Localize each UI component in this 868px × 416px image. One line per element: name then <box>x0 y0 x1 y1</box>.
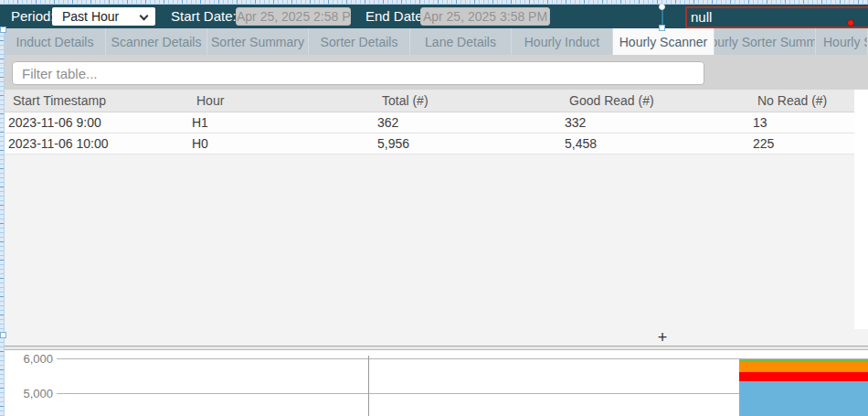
stacked-bar-h0[interactable] <box>739 359 868 416</box>
tab-sorter-details[interactable]: Sorter Details <box>309 28 410 55</box>
tab-label: Sorter Details <box>321 35 398 49</box>
end-date-input[interactable]: Apr 25, 2025 3:58 PM <box>420 7 550 26</box>
start-date-input[interactable]: Apr 25, 2025 2:58 PM <box>236 7 351 26</box>
cell-total: 362 <box>377 115 565 130</box>
resize-handle-bottom-left[interactable] <box>0 332 6 338</box>
period-select[interactable]: Past Hour <box>52 7 155 26</box>
scrollbar-track[interactable] <box>854 90 868 329</box>
rotation-handle-line <box>662 7 663 27</box>
table-row[interactable]: 2023-11-06 10:00 H0 5,956 5,458 225 <box>5 133 854 155</box>
column-header-no-read[interactable]: No Read (#) <box>753 93 854 108</box>
cell-no-read: 13 <box>753 115 854 130</box>
tab-hourly-scanner[interactable]: Hourly Scanner <box>613 28 715 55</box>
period-label: Period: <box>11 5 55 28</box>
tab-label: Hourly Sorter Summar <box>715 35 816 49</box>
add-button[interactable]: + <box>652 329 672 346</box>
toolbar: Period: Past Hour Start Date: Apr 25, 20… <box>0 5 868 28</box>
tab-hourly-sorter-summary[interactable]: Hourly Sorter Summar <box>715 28 816 55</box>
column-header-start-timestamp[interactable]: Start Timestamp <box>5 93 192 108</box>
design-canvas: Period: Past Hour Start Date: Apr 25, 20… <box>0 0 868 416</box>
column-header-good-read[interactable]: Good Read (#) <box>565 93 753 108</box>
cell-no-read: 225 <box>753 136 854 151</box>
tab-sorter-summary[interactable]: Sorter Summary <box>207 28 309 55</box>
cell-start-timestamp: 2023-11-06 9:00 <box>5 115 192 130</box>
table-row[interactable]: 2023-11-06 9:00 H1 362 332 13 <box>5 112 854 133</box>
column-header-hour[interactable]: Hour <box>192 93 377 108</box>
bar-segment-orange <box>739 362 868 372</box>
cell-hour: H1 <box>192 115 377 130</box>
category-separator-line <box>368 356 369 416</box>
table-header-row: Start Timestamp Hour Total (#) Good Read… <box>5 90 854 112</box>
resize-handle-top-left[interactable] <box>0 27 6 33</box>
cell-good-read: 332 <box>565 115 753 130</box>
cell-good-read: 5,458 <box>565 136 753 151</box>
tab-label: Hourly Scanner <box>619 35 708 49</box>
resize-handle-top-center[interactable] <box>659 25 665 31</box>
tab-label: Sorter Summary <box>211 35 304 49</box>
bar-segment-red <box>739 372 868 381</box>
tab-label: Hourly Sort <box>823 35 868 49</box>
column-header-total[interactable]: Total (#) <box>377 93 565 108</box>
bar-segment-blue <box>739 381 868 416</box>
start-date-label: Start Date: <box>171 5 237 28</box>
y-axis-tick-6000: 6,000 <box>5 352 53 366</box>
tab-label: Induct Details <box>16 35 94 49</box>
period-selected-value: Past Hour <box>62 9 119 24</box>
tab-label: Scanner Details <box>111 35 202 49</box>
tab-hourly-sorter[interactable]: Hourly Sort <box>816 28 868 55</box>
stacked-bar-chart: 6,000 5,000 <box>5 350 868 416</box>
tab-scanner-details[interactable]: Scanner Details <box>106 28 207 55</box>
filter-bar <box>5 55 868 90</box>
tab-lane-details[interactable]: Lane Details <box>410 28 512 55</box>
cell-total: 5,956 <box>377 136 565 151</box>
chevron-down-icon <box>140 12 149 21</box>
y-axis-tick-5000: 5,000 <box>5 387 53 400</box>
red-dot-indicator <box>847 19 854 27</box>
tab-label: Hourly Induct <box>524 35 599 49</box>
tab-label: Lane Details <box>425 35 496 49</box>
end-date-label: End Date: <box>365 5 427 28</box>
filter-table-input[interactable] <box>12 61 704 85</box>
cell-start-timestamp: 2023-11-06 10:00 <box>5 136 192 151</box>
tab-bar: Induct Details Scanner Details Sorter Su… <box>5 28 868 55</box>
tab-hourly-induct[interactable]: Hourly Induct <box>512 28 613 55</box>
rotation-handle[interactable] <box>659 4 665 10</box>
cell-hour: H0 <box>192 136 377 151</box>
tab-induct-details[interactable]: Induct Details <box>5 28 106 55</box>
null-text-field[interactable]: null <box>685 6 868 28</box>
